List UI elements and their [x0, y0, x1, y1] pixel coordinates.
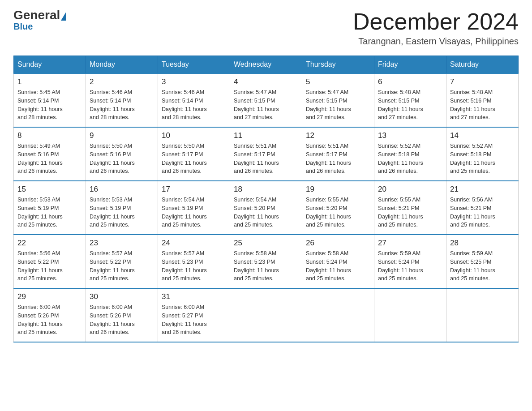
calendar-day-cell: 8 Sunrise: 5:49 AM Sunset: 5:16 PM Dayli… [14, 127, 86, 181]
logo: General Blue [13, 9, 66, 32]
calendar-day-cell: 4 Sunrise: 5:47 AM Sunset: 5:15 PM Dayli… [230, 73, 302, 127]
day-info: Sunrise: 5:55 AM Sunset: 5:20 PM Dayligh… [306, 196, 370, 229]
day-info: Sunrise: 6:00 AM Sunset: 5:26 PM Dayligh… [90, 303, 154, 337]
day-info: Sunrise: 5:52 AM Sunset: 5:18 PM Dayligh… [378, 142, 442, 176]
day-number: 4 [234, 77, 298, 86]
day-info: Sunrise: 5:53 AM Sunset: 5:19 PM Dayligh… [17, 196, 82, 229]
day-number: 14 [450, 131, 515, 140]
day-info: Sunrise: 5:49 AM Sunset: 5:16 PM Dayligh… [17, 142, 82, 176]
day-info: Sunrise: 5:55 AM Sunset: 5:21 PM Dayligh… [378, 196, 442, 229]
calendar-day-cell: 29 Sunrise: 6:00 AM Sunset: 5:26 PM Dayl… [14, 288, 86, 342]
month-title: December 2024 [353, 9, 519, 34]
col-saturday: Saturday [446, 56, 519, 74]
calendar-day-cell: 9 Sunrise: 5:50 AM Sunset: 5:16 PM Dayli… [86, 127, 158, 181]
day-number: 22 [17, 239, 82, 248]
day-info: Sunrise: 5:59 AM Sunset: 5:25 PM Dayligh… [450, 249, 515, 283]
day-number: 3 [162, 77, 226, 86]
day-info: Sunrise: 5:57 AM Sunset: 5:22 PM Dayligh… [90, 249, 154, 283]
calendar-day-cell: 27 Sunrise: 5:59 AM Sunset: 5:24 PM Dayl… [374, 235, 446, 288]
day-info: Sunrise: 5:57 AM Sunset: 5:23 PM Dayligh… [162, 249, 226, 283]
col-friday: Friday [374, 56, 446, 74]
calendar-day-cell: 14 Sunrise: 5:52 AM Sunset: 5:18 PM Dayl… [446, 127, 519, 181]
day-info: Sunrise: 5:51 AM Sunset: 5:17 PM Dayligh… [306, 142, 370, 176]
logo-general: General [13, 9, 60, 21]
day-number: 17 [162, 185, 226, 194]
day-info: Sunrise: 5:46 AM Sunset: 5:14 PM Dayligh… [90, 88, 154, 122]
day-number: 15 [17, 185, 82, 194]
calendar-day-cell: 16 Sunrise: 5:53 AM Sunset: 5:19 PM Dayl… [86, 181, 158, 235]
day-info: Sunrise: 5:46 AM Sunset: 5:14 PM Dayligh… [162, 88, 226, 122]
calendar-day-cell: 10 Sunrise: 5:50 AM Sunset: 5:17 PM Dayl… [158, 127, 230, 181]
day-number: 21 [450, 185, 515, 194]
day-number: 7 [450, 77, 515, 86]
calendar-day-cell: 1 Sunrise: 5:45 AM Sunset: 5:14 PM Dayli… [14, 73, 86, 127]
calendar-day-cell: 17 Sunrise: 5:54 AM Sunset: 5:19 PM Dayl… [158, 181, 230, 235]
calendar-day-cell: 2 Sunrise: 5:46 AM Sunset: 5:14 PM Dayli… [86, 73, 158, 127]
calendar-day-cell: 23 Sunrise: 5:57 AM Sunset: 5:22 PM Dayl… [86, 235, 158, 288]
day-info: Sunrise: 5:54 AM Sunset: 5:20 PM Dayligh… [234, 196, 298, 229]
day-number: 10 [162, 131, 226, 140]
day-number: 16 [90, 185, 154, 194]
calendar-day-cell: 18 Sunrise: 5:54 AM Sunset: 5:20 PM Dayl… [230, 181, 302, 235]
col-wednesday: Wednesday [230, 56, 302, 74]
day-info: Sunrise: 5:56 AM Sunset: 5:21 PM Dayligh… [450, 196, 515, 229]
day-info: Sunrise: 5:53 AM Sunset: 5:19 PM Dayligh… [90, 196, 154, 229]
calendar-day-cell: 24 Sunrise: 5:57 AM Sunset: 5:23 PM Dayl… [158, 235, 230, 288]
day-number: 24 [162, 239, 226, 248]
calendar-header-row: Sunday Monday Tuesday Wednesday Thursday… [14, 56, 519, 74]
calendar-day-cell: 30 Sunrise: 6:00 AM Sunset: 5:26 PM Dayl… [86, 288, 158, 342]
calendar-day-cell: 22 Sunrise: 5:56 AM Sunset: 5:22 PM Dayl… [14, 235, 86, 288]
day-number: 8 [17, 131, 82, 140]
col-sunday: Sunday [14, 56, 86, 74]
day-info: Sunrise: 6:00 AM Sunset: 5:27 PM Dayligh… [162, 303, 226, 337]
day-info: Sunrise: 5:50 AM Sunset: 5:17 PM Dayligh… [162, 142, 226, 176]
day-number: 2 [90, 77, 154, 86]
calendar-day-cell: 13 Sunrise: 5:52 AM Sunset: 5:18 PM Dayl… [374, 127, 446, 181]
day-info: Sunrise: 5:56 AM Sunset: 5:22 PM Dayligh… [17, 249, 82, 283]
day-number: 18 [234, 185, 298, 194]
day-info: Sunrise: 5:45 AM Sunset: 5:14 PM Dayligh… [17, 88, 82, 122]
calendar-day-cell [374, 288, 446, 342]
calendar-day-cell: 26 Sunrise: 5:58 AM Sunset: 5:24 PM Dayl… [302, 235, 374, 288]
col-tuesday: Tuesday [158, 56, 230, 74]
title-area: December 2024 Tarangnan, Eastern Visayas… [353, 9, 519, 47]
day-number: 1 [17, 77, 82, 86]
day-info: Sunrise: 5:47 AM Sunset: 5:15 PM Dayligh… [234, 88, 298, 122]
day-number: 26 [306, 239, 370, 248]
day-number: 11 [234, 131, 298, 140]
day-info: Sunrise: 6:00 AM Sunset: 5:26 PM Dayligh… [17, 303, 82, 337]
col-monday: Monday [86, 56, 158, 74]
calendar-day-cell: 3 Sunrise: 5:46 AM Sunset: 5:14 PM Dayli… [158, 73, 230, 127]
day-number: 20 [378, 185, 442, 194]
calendar-day-cell: 5 Sunrise: 5:47 AM Sunset: 5:15 PM Dayli… [302, 73, 374, 127]
day-info: Sunrise: 5:52 AM Sunset: 5:18 PM Dayligh… [450, 142, 515, 176]
calendar-table: Sunday Monday Tuesday Wednesday Thursday… [13, 56, 519, 342]
day-info: Sunrise: 5:54 AM Sunset: 5:19 PM Dayligh… [162, 196, 226, 229]
calendar-day-cell: 25 Sunrise: 5:58 AM Sunset: 5:23 PM Dayl… [230, 235, 302, 288]
calendar-day-cell: 21 Sunrise: 5:56 AM Sunset: 5:21 PM Dayl… [446, 181, 519, 235]
day-number: 19 [306, 185, 370, 194]
calendar-day-cell [230, 288, 302, 342]
day-info: Sunrise: 5:51 AM Sunset: 5:17 PM Dayligh… [234, 142, 298, 176]
logo-blue: Blue [13, 21, 33, 32]
day-number: 6 [378, 77, 442, 86]
calendar-week-row: 15 Sunrise: 5:53 AM Sunset: 5:19 PM Dayl… [14, 181, 519, 235]
calendar-day-cell [302, 288, 374, 342]
day-number: 30 [90, 292, 154, 301]
day-info: Sunrise: 5:48 AM Sunset: 5:15 PM Dayligh… [378, 88, 442, 122]
calendar-day-cell: 20 Sunrise: 5:55 AM Sunset: 5:21 PM Dayl… [374, 181, 446, 235]
day-number: 23 [90, 239, 154, 248]
day-number: 29 [17, 292, 82, 301]
day-number: 13 [378, 131, 442, 140]
day-number: 12 [306, 131, 370, 140]
day-info: Sunrise: 5:50 AM Sunset: 5:16 PM Dayligh… [90, 142, 154, 176]
day-number: 9 [90, 131, 154, 140]
calendar-day-cell: 6 Sunrise: 5:48 AM Sunset: 5:15 PM Dayli… [374, 73, 446, 127]
day-info: Sunrise: 5:58 AM Sunset: 5:23 PM Dayligh… [234, 249, 298, 283]
day-info: Sunrise: 5:58 AM Sunset: 5:24 PM Dayligh… [306, 249, 370, 283]
page-header: General Blue December 2024 Tarangnan, Ea… [13, 9, 519, 47]
calendar-week-row: 22 Sunrise: 5:56 AM Sunset: 5:22 PM Dayl… [14, 235, 519, 288]
day-number: 25 [234, 239, 298, 248]
calendar-day-cell: 7 Sunrise: 5:48 AM Sunset: 5:16 PM Dayli… [446, 73, 519, 127]
day-number: 27 [378, 239, 442, 248]
